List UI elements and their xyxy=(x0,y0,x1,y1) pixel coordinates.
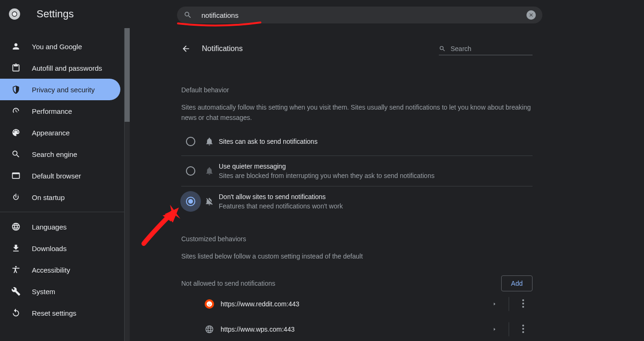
bell-off-icon xyxy=(205,197,214,206)
search-icon xyxy=(184,11,192,19)
sidebar-item-performance[interactable]: Performance xyxy=(0,100,124,122)
palette-icon xyxy=(11,128,21,137)
option-title: Sites can ask to send notifications xyxy=(219,138,318,145)
svg-point-4 xyxy=(208,304,209,305)
svg-point-11 xyxy=(522,331,524,333)
download-icon xyxy=(11,244,21,253)
sidebar-item-search-engine[interactable]: Search engine xyxy=(0,143,124,165)
radio-unchecked-icon xyxy=(186,166,195,176)
sidebar-item-languages[interactable]: Languages xyxy=(0,216,124,237)
svg-point-8 xyxy=(522,306,524,308)
wrench-icon xyxy=(11,287,21,296)
page-search[interactable] xyxy=(439,42,533,55)
svg-point-10 xyxy=(522,328,524,330)
default-behavior-desc: Sites automatically follow this setting … xyxy=(181,102,533,123)
accessibility-icon xyxy=(11,265,21,274)
option-title: Use quieter messaging xyxy=(219,163,435,170)
radio-option-ask[interactable]: Sites can ask to send notifications xyxy=(181,128,533,156)
annotation-arrow xyxy=(139,199,186,246)
scrollbar-thumb[interactable] xyxy=(125,28,130,122)
sidebar-item-label: Accessibility xyxy=(32,266,70,274)
sidebar-item-label: Autofill and passwords xyxy=(32,64,102,72)
sidebar-item-default-browser[interactable]: Default browser xyxy=(0,165,124,186)
sidebar: You and Google Autofill and passwords Pr… xyxy=(0,28,124,341)
site-favicon-wps xyxy=(205,325,214,334)
add-button[interactable]: Add xyxy=(501,275,533,291)
sidebar-item-label: Reset settings xyxy=(32,309,76,317)
sidebar-item-accessibility[interactable]: Accessibility xyxy=(0,259,124,281)
svg-marker-12 xyxy=(165,208,179,222)
svg-point-2 xyxy=(13,12,17,16)
option-subtitle: Sites are blocked from interrupting you … xyxy=(219,172,435,179)
sidebar-separator xyxy=(0,212,124,212)
sidebar-item-downloads[interactable]: Downloads xyxy=(0,237,124,259)
option-title: Don't allow sites to send notifications xyxy=(219,193,343,200)
divider xyxy=(509,297,509,311)
divider xyxy=(509,322,509,336)
svg-point-9 xyxy=(522,325,524,326)
svg-point-3 xyxy=(207,301,212,307)
customized-heading: Customized behaviors xyxy=(181,235,533,243)
site-url: https://www.wps.com:443 xyxy=(221,326,485,333)
site-url: https://www.reddit.com:443 xyxy=(221,300,485,308)
page-search-input[interactable] xyxy=(451,45,533,52)
site-more-button[interactable] xyxy=(514,299,533,309)
site-row[interactable]: https://www.wps.com:443 xyxy=(181,317,533,341)
bell-icon xyxy=(205,137,214,146)
site-favicon-reddit xyxy=(205,299,214,309)
sidebar-item-label: You and Google xyxy=(32,43,82,51)
speedometer-icon xyxy=(11,106,21,116)
search-icon xyxy=(439,45,446,52)
site-details-button[interactable] xyxy=(485,300,504,308)
person-icon xyxy=(11,42,21,51)
top-search-input[interactable] xyxy=(201,11,526,19)
sidebar-item-system[interactable]: System xyxy=(0,281,124,302)
sidebar-item-label: System xyxy=(32,288,55,296)
search-icon xyxy=(11,149,21,159)
radio-option-dont-allow[interactable]: Don't allow sites to send notifications … xyxy=(181,186,533,216)
bell-muted-icon xyxy=(205,166,214,176)
sidebar-item-appearance[interactable]: Appearance xyxy=(0,122,124,143)
close-icon xyxy=(528,12,534,18)
radio-unchecked-icon xyxy=(186,137,195,146)
default-behavior-heading: Default behavior xyxy=(181,86,533,94)
top-search[interactable] xyxy=(177,7,542,23)
clipboard-icon xyxy=(11,63,21,73)
globe-icon xyxy=(11,222,21,231)
sidebar-item-label: Privacy and security xyxy=(32,86,95,94)
sidebar-item-label: Default browser xyxy=(32,172,81,180)
shield-icon xyxy=(11,85,21,94)
sidebar-item-label: On startup xyxy=(32,193,65,201)
svg-point-6 xyxy=(522,299,524,301)
browser-icon xyxy=(11,171,21,180)
sidebar-item-autofill[interactable]: Autofill and passwords xyxy=(0,57,124,79)
page-title: Notifications xyxy=(202,44,439,53)
site-more-button[interactable] xyxy=(514,325,533,334)
sidebar-item-label: Performance xyxy=(32,107,72,115)
site-details-button[interactable] xyxy=(485,326,504,333)
chrome-icon xyxy=(8,8,21,20)
sidebar-item-reset-settings[interactable]: Reset settings xyxy=(0,302,124,324)
clear-search-button[interactable] xyxy=(526,10,536,20)
radio-option-quieter[interactable]: Use quieter messaging Sites are blocked … xyxy=(181,156,533,186)
sidebar-item-privacy-security[interactable]: Privacy and security xyxy=(0,79,120,100)
svg-point-5 xyxy=(210,304,211,305)
sidebar-scrollbar[interactable] xyxy=(124,28,130,341)
option-subtitle: Features that need notifications won't w… xyxy=(219,202,343,210)
sidebar-item-label: Search engine xyxy=(32,150,77,158)
back-button[interactable] xyxy=(181,44,191,53)
sidebar-item-label: Downloads xyxy=(32,245,67,252)
power-icon xyxy=(11,193,21,202)
site-row[interactable]: https://www.reddit.com:443 xyxy=(181,291,533,317)
reset-icon xyxy=(11,308,21,318)
customized-desc: Sites listed below follow a custom setti… xyxy=(181,251,533,261)
radio-focus-halo xyxy=(180,191,201,212)
sidebar-item-on-startup[interactable]: On startup xyxy=(0,186,124,208)
sidebar-item-label: Appearance xyxy=(32,129,70,137)
app-title: Settings xyxy=(37,8,74,20)
not-allowed-heading: Not allowed to send notifications xyxy=(181,280,275,287)
sidebar-item-label: Languages xyxy=(32,223,67,231)
svg-point-7 xyxy=(522,303,524,304)
sidebar-item-you-and-google[interactable]: You and Google xyxy=(0,36,124,57)
